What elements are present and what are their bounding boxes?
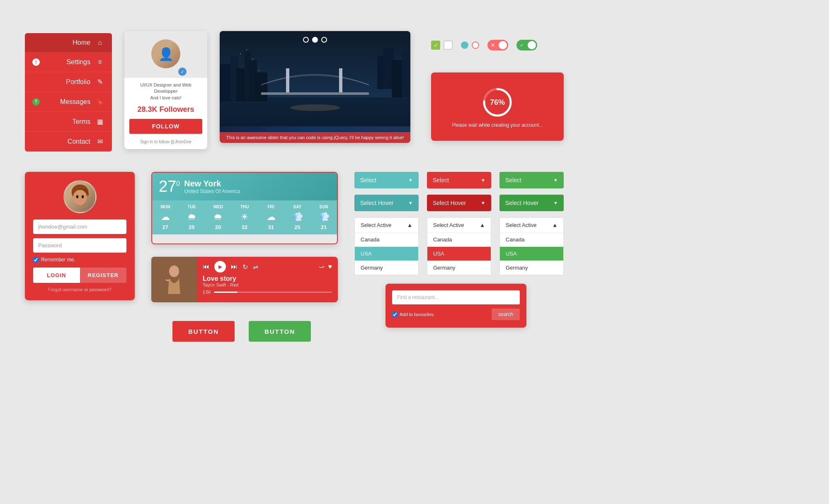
chevron-down-icon-3: ▼ [553, 178, 558, 183]
login-avatar [63, 180, 97, 213]
search-submit-button[interactable]: search [492, 309, 520, 320]
weather-icon-sat: 💨 [284, 212, 311, 222]
select-active-header-green[interactable]: Select Active ▲ [500, 218, 563, 233]
slider-caption: This is an awesome slider that you can c… [220, 132, 410, 143]
sidebar-item-settings[interactable]: ! Settings ≡ [25, 53, 112, 72]
remember-checkbox[interactable] [33, 257, 39, 263]
slider-dot-3[interactable] [321, 37, 327, 43]
weather-icon-sun: 💨 [310, 212, 337, 222]
select-active-header-red[interactable]: Select Active ▲ [427, 218, 491, 233]
select-active-header-cyan[interactable]: Select Active ▲ [355, 218, 418, 233]
sidebar: Home ⌂ ! Settings ≡ Portfolio ✎ ? Messag… [25, 33, 112, 152]
weather-city: New York United States Of America [184, 179, 240, 194]
select-green-1[interactable]: Select ▼ [499, 172, 564, 188]
music-player: ⏮ ▶ ⏭ ↻ ⇌ ⤻ ♥ Love story Taylor Swift - … [151, 257, 338, 302]
slider-dot-1[interactable] [303, 37, 309, 43]
chevron-up-icon-3: ▲ [552, 222, 558, 228]
share-button[interactable]: ⤻ [319, 263, 324, 271]
svg-rect-26 [151, 257, 197, 302]
avatar: 👤 [151, 39, 180, 68]
login-buttons: LOGIN REGISTER [33, 268, 126, 283]
weather-day-mon: MON ☁ 27 [152, 205, 179, 230]
weather-header: 270 New York United States Of America [152, 173, 337, 200]
toggle-off[interactable]: ✕ [487, 40, 508, 51]
select-dropdown-green: Select Active ▲ Canada USA Germany [499, 217, 564, 275]
email-field[interactable] [33, 219, 126, 234]
sidebar-label-home: Home [32, 39, 90, 46]
sidebar-item-portfolio[interactable]: Portfolio ✎ [25, 72, 112, 92]
red-button[interactable]: BUTTON [172, 321, 235, 342]
rewind-button[interactable]: ⏮ [203, 263, 209, 270]
bio-line2: And I love cats! [129, 95, 202, 101]
search-bottom-row: Add to favourites search [392, 309, 520, 320]
select-red-hover-1[interactable]: Select Hover ▼ [427, 195, 491, 211]
music-info: ⏮ ▶ ⏭ ↻ ⇌ ⤻ ♥ Love story Taylor Swift - … [197, 257, 338, 302]
toggle-on[interactable]: ✓ [516, 40, 537, 51]
dropdown-item-canada-3[interactable]: Canada [500, 233, 563, 247]
select-red-1[interactable]: Select ▼ [427, 172, 491, 188]
dropdown-item-canada-1[interactable]: Canada [355, 233, 418, 247]
select-row-active: Select Active ▲ Canada USA Germany Selec… [354, 217, 564, 275]
radio-unselected[interactable] [472, 41, 479, 49]
sidebar-item-contact[interactable]: Contact ✉ [25, 132, 112, 152]
select-cyan-1[interactable]: Select ▼ [354, 172, 419, 188]
svg-rect-1 [220, 97, 410, 126]
verified-badge: ✓ [178, 68, 187, 76]
settings-badge: ! [32, 58, 40, 66]
dropdown-item-usa-2[interactable]: USA [427, 247, 491, 261]
dropdown-item-usa-1[interactable]: USA [355, 247, 418, 261]
select-green-hover-1[interactable]: Select Hover ▼ [499, 195, 564, 211]
svg-point-15 [259, 70, 259, 71]
remember-label: Remember me. [41, 257, 75, 263]
chevron-down-icon: ▼ [408, 178, 413, 183]
login-avatar-wrap [33, 180, 126, 213]
slider-dot-2[interactable] [312, 37, 318, 43]
chevron-up-icon-2: ▲ [480, 222, 485, 228]
weather-icon-mon: ☁ [152, 212, 179, 222]
search-input[interactable] [392, 290, 520, 304]
favorite-button[interactable]: ♥ [328, 263, 332, 270]
repeat-button[interactable]: ↻ [242, 263, 248, 271]
green-button[interactable]: BUTTON [249, 321, 311, 342]
dropdown-item-usa-3[interactable]: USA [500, 247, 563, 261]
register-button[interactable]: REGISTER [80, 268, 127, 283]
svg-rect-8 [286, 68, 289, 93]
music-time: 1:50 [203, 290, 211, 294]
dropdown-item-germany-2[interactable]: Germany [427, 261, 491, 275]
password-field[interactable] [33, 238, 126, 253]
login-card: Remember me. LOGIN REGISTER Forgot usern… [25, 172, 135, 300]
music-artist: Taylor Swift - Red [203, 282, 332, 287]
progress-percent: 76% [490, 98, 505, 106]
sidebar-item-home[interactable]: Home ⌂ [25, 33, 112, 53]
toggle-check-label: ✓ [520, 43, 524, 48]
select-dropdown-red: Select Active ▲ Canada USA Germany [427, 217, 491, 275]
checkbox-unchecked[interactable] [444, 41, 453, 50]
dropdown-item-germany-1[interactable]: Germany [355, 261, 418, 275]
sidebar-label-settings: Settings [40, 58, 90, 66]
music-progress-bar[interactable] [214, 292, 332, 293]
chevron-down-icon-4: ▼ [408, 200, 413, 205]
radio-selected[interactable] [461, 41, 468, 49]
search-favourites-row: Add to favourites [392, 312, 434, 317]
selects-area: Select ▼ Select ▼ Select ▼ Select Hover … [354, 172, 564, 282]
profile-bio: UI/UX Designer and Web Developper And I … [124, 78, 207, 104]
checkbox-group: ✓ [431, 41, 453, 50]
follow-button[interactable]: FOLLOW [129, 119, 202, 134]
forward-button[interactable]: ⏭ [231, 263, 238, 270]
login-button[interactable]: LOGIN [33, 268, 80, 283]
dropdown-item-germany-3[interactable]: Germany [500, 261, 563, 275]
weather-icon-fri: ☁ [258, 212, 284, 222]
dropdown-item-canada-2[interactable]: Canada [427, 233, 491, 247]
svg-rect-9 [339, 68, 342, 93]
sidebar-item-messages[interactable]: ? Messages 🔖 [25, 92, 112, 112]
forgot-password-link[interactable]: Forgot username or password? [33, 287, 126, 292]
shuffle-button[interactable]: ⇌ [253, 263, 258, 271]
select-row-hover: Select Hover ▼ Select Hover ▼ Select Hov… [354, 195, 564, 211]
select-cyan-hover-1[interactable]: Select Hover ▼ [354, 195, 419, 211]
sidebar-item-terms[interactable]: Terms ▦ [25, 112, 112, 132]
music-share-btns: ⤻ ♥ [319, 263, 332, 271]
checkbox-checked[interactable]: ✓ [431, 41, 440, 50]
play-button[interactable]: ▶ [214, 261, 226, 272]
select-green-label-1: Select [505, 177, 521, 183]
favourites-checkbox[interactable] [392, 312, 398, 317]
